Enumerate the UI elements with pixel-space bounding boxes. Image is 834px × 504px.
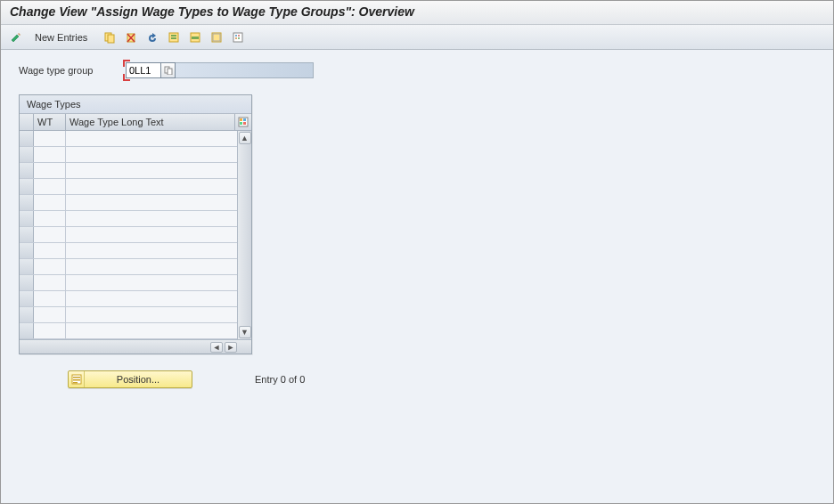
position-button[interactable]: Position... (68, 370, 192, 388)
row-selector[interactable] (20, 179, 34, 194)
svg-rect-13 (235, 35, 237, 37)
cell-wt[interactable] (34, 323, 66, 338)
field-extension-bar (176, 62, 314, 78)
cell-long-text[interactable] (66, 179, 237, 194)
table-row (20, 179, 237, 195)
row-selector[interactable] (20, 291, 34, 306)
cell-wt[interactable] (34, 259, 66, 274)
scroll-right-icon[interactable]: ► (225, 342, 237, 353)
vertical-scrollbar[interactable]: ▲ ▼ (237, 131, 251, 339)
select-all-icon[interactable] (164, 28, 184, 46)
search-help-icon[interactable] (161, 62, 176, 78)
table-row (20, 323, 237, 339)
cell-wt[interactable] (34, 291, 66, 306)
scroll-up-icon[interactable]: ▲ (239, 132, 251, 144)
cell-long-text[interactable] (66, 323, 237, 338)
wage-type-group-label: Wage type group (19, 65, 126, 76)
cell-wt[interactable] (34, 131, 66, 146)
wage-type-group-field-row: Wage type group (19, 62, 815, 78)
row-selector[interactable] (20, 211, 34, 226)
table-row (20, 275, 237, 291)
svg-rect-22 (240, 122, 242, 125)
cell-wt[interactable] (34, 211, 66, 226)
page-title: Change View "Assign Wage Types to Wage T… (1, 1, 833, 25)
svg-rect-9 (192, 37, 199, 39)
cell-long-text[interactable] (66, 291, 237, 306)
table-row (20, 307, 237, 323)
row-selector[interactable] (20, 259, 34, 274)
svg-rect-26 (73, 379, 80, 381)
svg-rect-16 (238, 37, 240, 39)
table-row (20, 195, 237, 211)
table-row (20, 227, 237, 243)
table-row (20, 291, 237, 307)
cell-long-text[interactable] (66, 227, 237, 242)
column-header-longtext[interactable]: Wage Type Long Text (66, 114, 235, 130)
row-selector[interactable] (20, 227, 34, 242)
print-bc-set-icon[interactable] (228, 28, 248, 46)
table-row (20, 259, 237, 275)
cell-wt[interactable] (34, 163, 66, 178)
horizontal-scrollbar[interactable]: ◄ ► (20, 339, 251, 354)
svg-rect-25 (73, 377, 80, 378)
row-selector[interactable] (20, 195, 34, 210)
svg-rect-20 (240, 118, 242, 121)
table-row (20, 147, 237, 163)
cell-long-text[interactable] (66, 307, 237, 322)
cell-wt[interactable] (34, 275, 66, 290)
row-selector[interactable] (20, 243, 34, 258)
delete-icon[interactable] (121, 28, 141, 46)
row-selector[interactable] (20, 131, 34, 146)
table-row (20, 163, 237, 179)
position-button-label: Position... (85, 374, 192, 385)
cell-wt[interactable] (34, 147, 66, 162)
table-row (20, 131, 237, 147)
row-selector[interactable] (20, 323, 34, 338)
new-entries-button[interactable]: New Entries (28, 28, 94, 46)
footer-row: Position... Entry 0 of 0 (19, 370, 815, 388)
entry-count-text: Entry 0 of 0 (255, 374, 305, 385)
svg-rect-15 (235, 37, 237, 39)
table-title: Wage Types (20, 95, 251, 114)
svg-rect-6 (171, 35, 176, 37)
row-selector[interactable] (20, 275, 34, 290)
cell-wt[interactable] (34, 307, 66, 322)
cell-wt[interactable] (34, 179, 66, 194)
scroll-down-icon[interactable]: ▼ (239, 326, 251, 338)
table-header-row: WT Wage Type Long Text (20, 114, 251, 131)
svg-rect-14 (238, 35, 240, 37)
column-header-wt[interactable]: WT (34, 114, 66, 130)
cell-long-text[interactable] (66, 131, 237, 146)
svg-rect-21 (243, 118, 246, 121)
content-area: Wage type group Wage Types WT Wage Type … (1, 50, 833, 503)
cell-wt[interactable] (34, 243, 66, 258)
toolbar: New Entries www.tutorialkart.com (1, 25, 833, 50)
row-selector[interactable] (20, 163, 34, 178)
cell-long-text[interactable] (66, 243, 237, 258)
row-selector[interactable] (20, 147, 34, 162)
cell-long-text[interactable] (66, 163, 237, 178)
select-block-icon[interactable] (185, 28, 205, 46)
row-selector[interactable] (20, 307, 34, 322)
column-header-selector[interactable] (20, 114, 34, 130)
svg-rect-27 (73, 382, 78, 384)
cell-long-text[interactable] (66, 275, 237, 290)
cell-wt[interactable] (34, 227, 66, 242)
svg-rect-23 (243, 122, 246, 125)
undo-change-icon[interactable] (143, 28, 162, 46)
deselect-all-icon[interactable] (207, 28, 226, 46)
svg-rect-18 (168, 69, 172, 75)
table-settings-icon[interactable] (235, 114, 251, 130)
table-row (20, 211, 237, 227)
cell-long-text[interactable] (66, 259, 237, 274)
svg-rect-1 (108, 35, 114, 43)
cell-long-text[interactable] (66, 211, 237, 226)
cell-long-text[interactable] (66, 195, 237, 210)
toggle-display-change-icon[interactable] (6, 28, 26, 46)
cell-wt[interactable] (34, 195, 66, 210)
cell-long-text[interactable] (66, 147, 237, 162)
scroll-left-icon[interactable]: ◄ (210, 342, 223, 353)
wage-type-group-input[interactable] (126, 62, 161, 78)
copy-as-icon[interactable] (100, 28, 119, 46)
position-icon (69, 371, 85, 387)
